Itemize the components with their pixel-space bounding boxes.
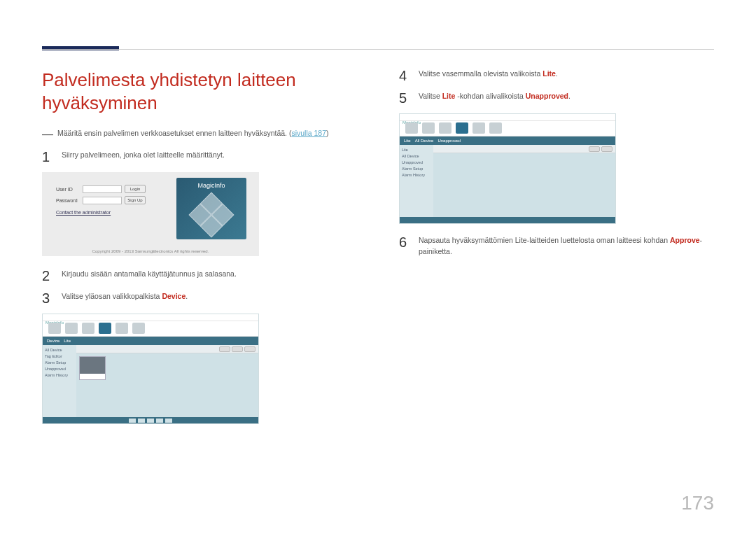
pager-btn[interactable] <box>156 419 163 423</box>
app-subbar: Lite All Device Unapproved <box>400 136 615 145</box>
step-text: Valitse vasemmalla olevista valikoista L… <box>419 69 558 80</box>
figure-device-app: MagicInfo Device Lite All Device <box>42 314 259 424</box>
subbar-device[interactable]: Device <box>47 339 59 343</box>
right-column: 4 Valitse vasemmalla olevista valikoista… <box>399 69 714 435</box>
pager-btn[interactable] <box>165 419 172 423</box>
step5-hl1: Lite <box>442 92 456 100</box>
toolbar-button[interactable] <box>219 346 230 352</box>
step-1: 1 Siirry palvelimeen, jonka olet laittee… <box>42 150 357 164</box>
app-bottombar <box>43 417 258 423</box>
nav-icon[interactable] <box>65 323 78 334</box>
step-text: Valitse Lite -kohdan alivalikoista Unapp… <box>419 91 570 102</box>
app-sidebar: All Device Tag Editor Alarm Setup Unappr… <box>43 345 76 417</box>
nav-icon[interactable] <box>115 323 128 334</box>
nav-icon[interactable] <box>489 122 502 134</box>
nav-icon[interactable] <box>439 122 451 134</box>
step-3: 3 Valitse yläosan valikkopalkista Device… <box>42 291 357 305</box>
step4-highlight: Lite <box>542 69 556 78</box>
nav-icon[interactable] <box>422 122 435 134</box>
diamond-icon <box>188 192 234 237</box>
page-title: Palvelimesta yhdistetyn laitteen hyväksy… <box>42 69 357 114</box>
step-text: Siirry palvelimeen, jonka olet laitteell… <box>62 150 225 161</box>
pager-btn[interactable] <box>138 419 145 423</box>
toolbar-button[interactable] <box>244 346 255 352</box>
note-row: ― Määritä ensin palvelimen verkkoasetuks… <box>42 128 357 140</box>
step-text: Kirjaudu sisään antamalla käyttäjätunnus… <box>62 269 237 280</box>
sidebar-item[interactable]: Alarm Setup <box>45 360 74 365</box>
userid-label: User ID <box>56 187 80 192</box>
card-thumb <box>80 357 105 374</box>
step-num: 5 <box>399 91 409 105</box>
userid-row: User ID Login <box>56 185 161 193</box>
password-row: Password Sign Up <box>56 196 161 204</box>
nav-icon[interactable] <box>48 323 61 334</box>
subbar-lite[interactable]: Lite <box>404 139 411 143</box>
step6-pre: Napsauta hyväksymättömien Lite-laitteide… <box>419 236 670 244</box>
app-toolbar <box>433 145 615 153</box>
toolbar-button[interactable] <box>589 146 600 152</box>
subbar-lite[interactable]: Lite <box>64 339 71 343</box>
logo-panel: MagicInfo <box>176 178 246 239</box>
step5-pre: Valitse <box>419 92 442 100</box>
sidebar-item[interactable]: Alarm History <box>402 173 431 177</box>
step5-mid: -kohdan alivalikoista <box>455 92 525 100</box>
sidebar-item[interactable]: Unapproved <box>45 367 74 371</box>
app-content <box>433 153 615 159</box>
step-4: 4 Valitse vasemmalla olevista valikoista… <box>399 69 714 83</box>
nav-icon[interactable] <box>472 122 485 134</box>
note-text: Määritä ensin palvelimen verkkoasetukset… <box>57 128 329 139</box>
sidebar-item[interactable]: All Device <box>402 154 431 158</box>
device-card[interactable] <box>79 356 106 380</box>
login-button[interactable]: Login <box>125 185 146 193</box>
step-text: Napsauta hyväksymättömien Lite-laitteide… <box>419 235 714 258</box>
note-text-b: ) <box>326 129 329 137</box>
step-num: 1 <box>42 150 52 164</box>
userid-input[interactable] <box>83 185 122 193</box>
note-text-a: Määritä ensin palvelimen verkkoasetukset… <box>57 129 291 137</box>
pager-btn[interactable] <box>129 419 136 423</box>
copyright-text: Copyright 2009 - 2013 SamsungElectronics… <box>42 249 259 253</box>
pager-btn[interactable] <box>147 419 154 423</box>
contact-admin-link[interactable]: Contact the administrator <box>56 210 161 215</box>
step-5: 5 Valitse Lite -kohdan alivalikoista Una… <box>399 91 714 105</box>
app-sidebar: Lite All Device Unapproved Alarm Setup A… <box>400 145 433 217</box>
figure-login: User ID Login Password Sign Up Contact t… <box>42 172 259 256</box>
step-text: Valitse yläosan valikkopalkista Device. <box>62 291 188 302</box>
step6-highlight: Approve <box>670 236 700 244</box>
header-accent-bar <box>42 46 119 50</box>
nav-icon[interactable] <box>405 122 418 134</box>
app-icon-row <box>400 121 615 136</box>
left-column: Palvelimesta yhdistetyn laitteen hyväksy… <box>42 69 357 435</box>
nav-icon[interactable] <box>132 323 145 334</box>
sidebar-item[interactable]: Alarm History <box>45 373 74 377</box>
sidebar-item[interactable]: Lite <box>402 148 431 152</box>
header-rule <box>42 49 714 50</box>
sidebar-item[interactable]: Unapproved <box>402 160 431 164</box>
card-caption <box>80 374 105 379</box>
step-num: 2 <box>42 269 52 283</box>
app-topbar: MagicInfo <box>400 114 615 121</box>
password-label: Password <box>56 198 80 203</box>
password-input[interactable] <box>83 197 122 204</box>
page-number: 173 <box>681 492 714 514</box>
toolbar-button[interactable] <box>232 346 243 352</box>
note-link[interactable]: sivulla 187 <box>291 129 326 137</box>
app-toolbar <box>76 345 258 353</box>
step3-highlight: Device <box>162 292 186 300</box>
nav-icon-device[interactable] <box>456 122 468 134</box>
sidebar-item[interactable]: Tag Editor <box>45 354 74 358</box>
subbar-item[interactable]: Unapproved <box>438 139 461 143</box>
subbar-item[interactable]: All Device <box>415 139 434 143</box>
toolbar-button[interactable] <box>601 146 612 152</box>
sidebar-item[interactable]: Alarm Setup <box>402 167 431 171</box>
step5-post: . <box>568 92 570 100</box>
step3-pre: Valitse yläosan valikkopalkista <box>62 292 162 300</box>
step4-post: . <box>556 69 558 78</box>
signup-button[interactable]: Sign Up <box>125 196 146 204</box>
sidebar-item[interactable]: All Device <box>45 348 74 352</box>
step5-hl2: Unapproved <box>526 92 568 100</box>
nav-icon-device[interactable] <box>99 323 111 334</box>
app-subbar: Device Lite <box>43 337 258 345</box>
nav-icon[interactable] <box>82 323 94 334</box>
step-2: 2 Kirjaudu sisään antamalla käyttäjätunn… <box>42 269 357 283</box>
